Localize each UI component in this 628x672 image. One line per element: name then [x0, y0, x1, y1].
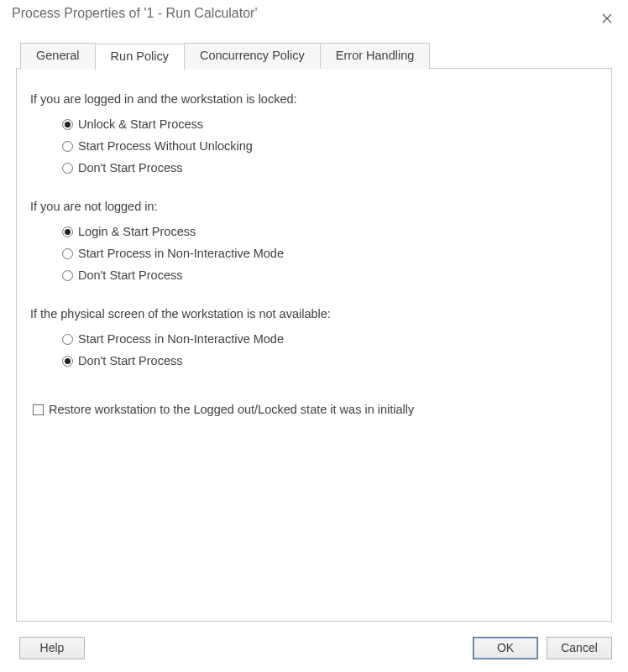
window-title: Process Properties of '1 - Run Calculato…: [12, 6, 257, 21]
radio-noscreen-dont-start[interactable]: Don't Start Process: [62, 354, 598, 367]
radio-unlock-start[interactable]: Unlock & Start Process: [62, 117, 598, 131]
radio-icon: [62, 248, 73, 259]
group-options-locked: Unlock & Start Process Start Process Wit…: [62, 117, 598, 175]
group-label-not-logged-in: If you are not logged in:: [30, 200, 598, 213]
radio-icon: [62, 334, 73, 345]
radio-icon: [62, 227, 73, 237]
ok-button[interactable]: OK: [473, 637, 538, 659]
radio-icon: [62, 270, 73, 281]
checkbox-label: Restore workstation to the Logged out/Lo…: [49, 403, 414, 416]
radio-label: Login & Start Process: [78, 225, 196, 238]
group-options-no-screen: Start Process in Non-Interactive Mode Do…: [62, 332, 598, 367]
radio-label: Unlock & Start Process: [78, 117, 203, 131]
group-label-no-screen: If the physical screen of the workstatio…: [30, 307, 598, 320]
tab-label: Error Handling: [336, 49, 415, 62]
close-icon[interactable]: [594, 6, 620, 31]
help-button[interactable]: Help: [19, 637, 85, 659]
radio-notlogged-dont-start[interactable]: Don't Start Process: [62, 268, 598, 282]
radio-icon: [62, 356, 73, 367]
tab-label: Run Policy: [111, 49, 169, 63]
tab-label: General: [36, 49, 80, 62]
tab-run-policy[interactable]: Run Policy: [95, 44, 185, 70]
button-label: OK: [497, 641, 514, 654]
radio-icon: [62, 163, 73, 174]
tab-concurrency-policy[interactable]: Concurrency Policy: [184, 43, 321, 69]
group-label-locked: If you are logged in and the workstation…: [30, 92, 598, 106]
radio-icon: [62, 141, 73, 152]
button-bar: Help OK Cancel: [0, 633, 628, 672]
checkbox-icon: [33, 404, 44, 415]
dialog-window: Process Properties of '1 - Run Calculato…: [0, 0, 628, 672]
radio-label: Start Process in Non-Interactive Mode: [78, 332, 284, 346]
radio-label: Don't Start Process: [78, 268, 182, 282]
radio-start-without-unlocking[interactable]: Start Process Without Unlocking: [62, 139, 598, 153]
cancel-button[interactable]: Cancel: [547, 637, 612, 659]
tab-panel: If you are logged in and the workstation…: [16, 68, 612, 622]
restore-state-checkbox[interactable]: Restore workstation to the Logged out/Lo…: [33, 403, 598, 416]
radio-icon: [62, 119, 73, 130]
button-label: Cancel: [561, 641, 598, 654]
tab-error-handling[interactable]: Error Handling: [320, 43, 431, 69]
tab-bar: General Run Policy Concurrency Policy Er…: [20, 43, 628, 69]
radio-label: Start Process Without Unlocking: [78, 139, 253, 153]
radio-label: Start Process in Non-Interactive Mode: [78, 247, 284, 260]
radio-locked-dont-start[interactable]: Don't Start Process: [62, 161, 598, 175]
button-label: Help: [40, 641, 65, 654]
radio-label: Don't Start Process: [78, 354, 182, 367]
radio-noninteractive-start[interactable]: Start Process in Non-Interactive Mode: [62, 247, 598, 260]
radio-noscreen-noninteractive[interactable]: Start Process in Non-Interactive Mode: [62, 332, 598, 346]
tab-label: Concurrency Policy: [200, 49, 305, 62]
titlebar: Process Properties of '1 - Run Calculato…: [0, 0, 628, 32]
group-options-not-logged-in: Login & Start Process Start Process in N…: [62, 225, 598, 282]
tab-general[interactable]: General: [20, 43, 96, 69]
radio-label: Don't Start Process: [78, 161, 182, 175]
radio-login-start[interactable]: Login & Start Process: [62, 225, 598, 238]
